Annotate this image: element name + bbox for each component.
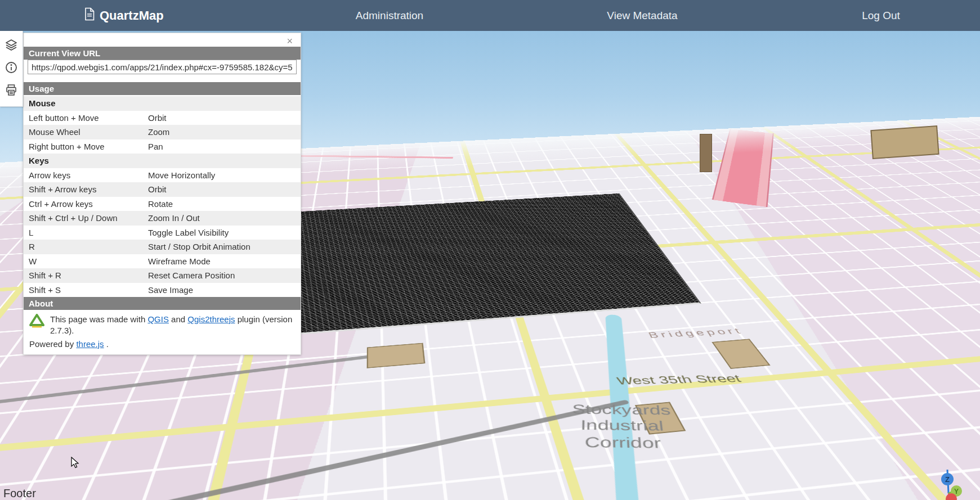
footer-text: Footer [3, 487, 36, 500]
usage-group-mouse: Mouse [24, 96, 301, 111]
section-header-current-view-url: Current View URL [24, 47, 301, 60]
about-text: This page was made with QGIS and Qgis2th… [50, 314, 295, 337]
usage-result: Reset Camera Position [148, 270, 235, 281]
about-text-fragment: This page was made with [50, 314, 147, 324]
usage-row: Shift + Arrow keysOrbit [24, 182, 301, 197]
section-header-about: About [24, 297, 301, 310]
usage-result: Orbit [148, 112, 167, 124]
usage-result: Save Image [148, 285, 193, 296]
usage-result: Pan [148, 141, 163, 152]
usage-result: Start / Stop Orbit Animation [148, 241, 250, 253]
usage-row: RStart / Stop Orbit Animation [24, 240, 301, 254]
map-label-line: Industrial [530, 417, 715, 435]
usage-action: Mouse Wheel [29, 127, 148, 138]
map-building [367, 343, 426, 368]
map-toolbar [0, 31, 23, 107]
usage-result: Move Horizontally [148, 170, 215, 181]
print-button[interactable] [0, 79, 23, 102]
axis-gizmo: Z Y [928, 461, 980, 500]
layers-icon [5, 38, 18, 53]
map-building [711, 339, 770, 368]
usage-result: Zoom [148, 127, 169, 138]
usage-result: Orbit [148, 184, 167, 195]
dem-layer-block [234, 193, 701, 340]
powered-by: Powered by three.js . [24, 337, 301, 350]
powered-text-fragment: Powered by [29, 339, 76, 349]
help-panel: × Current View URL Usage Mouse Left butt… [23, 33, 301, 355]
info-button[interactable] [0, 57, 23, 79]
usage-result: Rotate [148, 199, 173, 210]
nav-item-view-metadata[interactable]: View Metadata [607, 0, 677, 31]
usage-row: Right button + MovePan [24, 139, 301, 154]
usage-group-label: Mouse [29, 98, 56, 109]
usage-row: Shift + SSave Image [24, 283, 301, 298]
usage-action: Arrow keys [29, 170, 148, 181]
current-view-url-input[interactable] [28, 60, 297, 74]
usage-action: Shift + Arrow keys [29, 184, 148, 195]
qgis-logo-icon [29, 314, 44, 337]
usage-row: Arrow keysMove Horizontally [24, 168, 301, 183]
nav-item-administration[interactable]: Administration [356, 0, 423, 31]
usage-action: Shift + Ctrl + Up / Down [29, 213, 148, 224]
usage-group-label: Keys [29, 155, 49, 166]
axis-z-label: Z [945, 475, 950, 484]
close-icon[interactable]: × [285, 35, 294, 47]
info-icon [5, 61, 18, 76]
about-text-fragment: and [169, 314, 187, 324]
usage-row: Ctrl + Arrow keysRotate [24, 197, 301, 211]
printer-icon [5, 83, 18, 98]
usage-action: L [29, 227, 148, 238]
usage-action: Shift + S [29, 285, 148, 296]
usage-result: Toggle Label Visibility [148, 227, 229, 238]
map-label-line: Corridor [529, 433, 719, 453]
usage-row: Mouse WheelZoom [24, 125, 301, 139]
top-navbar: QuartzMap Administration View Metadata L… [0, 0, 980, 31]
qgis2threejs-link[interactable]: Qgis2threejs [187, 314, 235, 324]
about-section: This page was made with QGIS and Qgis2th… [24, 310, 301, 337]
usage-row: Shift + Ctrl + Up / DownZoom In / Out [24, 211, 301, 226]
usage-row: Shift + RReset Camera Position [24, 268, 301, 283]
usage-row: LToggle Label Visibility [24, 226, 301, 240]
usage-row: WWireframe Mode [24, 254, 301, 269]
threejs-link[interactable]: three.js [76, 339, 104, 349]
usage-result: Wireframe Mode [148, 256, 211, 267]
usage-action: Right button + Move [29, 141, 148, 152]
map-railway [0, 354, 377, 422]
usage-result: Zoom In / Out [148, 213, 200, 224]
axis-y-label: Y [954, 488, 959, 496]
layers-button[interactable] [0, 34, 23, 57]
usage-action: W [29, 256, 148, 267]
brand-link[interactable]: QuartzMap [84, 0, 164, 31]
section-header-usage: Usage [24, 82, 301, 95]
map-label-stockyards-industrial-corridor: Stockyards Industrial Corridor [529, 401, 719, 452]
map-building-3d [870, 125, 939, 159]
map-tower-3d [700, 134, 712, 172]
nav-item-log-out[interactable]: Log Out [862, 0, 900, 31]
usage-row: Left button + MoveOrbit [24, 111, 301, 125]
document-icon [84, 7, 95, 24]
map-label-line: Stockyards [532, 401, 711, 418]
usage-action: Left button + Move [29, 112, 148, 124]
usage-group-keys: Keys [24, 154, 301, 168]
usage-action: R [29, 241, 148, 253]
powered-text-fragment: . [104, 339, 109, 349]
qgis-link[interactable]: QGIS [147, 314, 169, 324]
brand-label: QuartzMap [100, 8, 164, 23]
usage-action: Shift + R [29, 270, 148, 281]
usage-action: Ctrl + Arrow keys [29, 199, 148, 210]
usage-table: Mouse Left button + MoveOrbit Mouse Whee… [24, 96, 301, 297]
map-highway [712, 129, 774, 207]
map-label-west-35th-street: West 35th Street [574, 372, 785, 388]
